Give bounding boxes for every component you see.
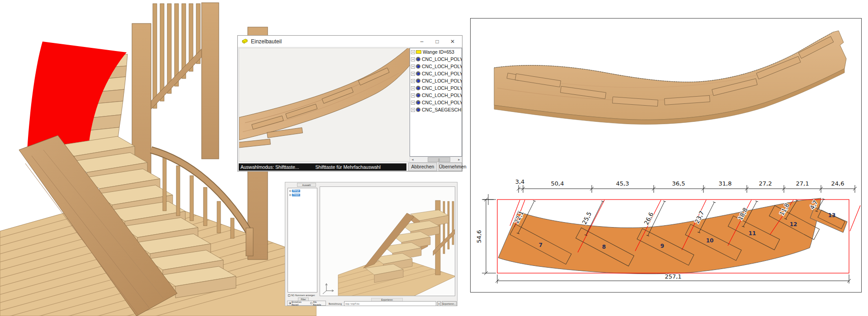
selection-mode-group: Einzelnes Bauteil Alle Bauteile — [287, 301, 326, 306]
tree-row-root[interactable]: + Wange ID=653 — [410, 48, 462, 56]
status-hint-text: Shifttaste für Mehrfachauswahl — [316, 164, 381, 170]
tree-horizontal-scrollbar[interactable]: ◄ || ► — [410, 157, 462, 163]
part-3d-view[interactable] — [239, 48, 410, 162]
dialog-titlebar[interactable]: Einzelbauteil – □ ✕ — [238, 36, 462, 47]
preview-3d-view[interactable] — [320, 186, 455, 296]
stringer-report-panel: 7 8 9 10 11 12 13 22,1 25,5 26,6 23,7 18… — [470, 18, 862, 293]
step-number: 11 — [749, 230, 756, 237]
export-preview-window: Auswahl Wange Treppe NC-Nummern anzeigen… — [285, 182, 458, 306]
tab-auswahl[interactable]: Auswahl — [297, 183, 316, 187]
dialog-title: Einzelbauteil — [251, 38, 282, 45]
cancel-button[interactable]: Abbrechen — [408, 163, 437, 171]
close-icon[interactable]: ✕ — [445, 36, 460, 47]
height-dim-value: 54,6 — [476, 230, 482, 243]
radio-icon[interactable] — [310, 302, 312, 304]
selection-statusbar: Auswahlmodus: Shifttaste... Shifttaste f… — [239, 163, 406, 171]
expand-icon[interactable] — [289, 190, 291, 192]
step-dim: 26,6 — [643, 211, 655, 226]
cnc-op-icon — [416, 71, 420, 76]
part-icon — [241, 38, 248, 44]
selection-tree-panel: Wange Treppe — [288, 188, 317, 293]
maximize-icon[interactable]: □ — [429, 36, 445, 47]
cnc-operations-tree: + Wange ID=653 + CNC_LOCH_POLYGONA + CNC… — [410, 48, 462, 157]
step-number: 12 — [790, 221, 797, 228]
status-mode-text: Auswahlmodus: Shifttaste... — [241, 164, 299, 170]
radio-icon[interactable] — [289, 302, 291, 304]
step-number: 10 — [706, 237, 714, 244]
expand-icon[interactable]: + — [411, 79, 415, 83]
dropdown-icon[interactable]: ▾ — [437, 301, 441, 306]
list-item[interactable]: Treppe — [289, 194, 317, 196]
nc-number-checkbox[interactable]: NC-Nummern anzeigen — [288, 294, 315, 297]
description-input[interactable] — [344, 301, 436, 306]
cnc-op-icon — [416, 100, 420, 105]
axis-orientation-icon — [323, 283, 334, 294]
expand-icon[interactable]: + — [411, 57, 415, 61]
scroll-right-icon[interactable]: ► — [457, 158, 462, 161]
dim-value: 27,2 — [759, 180, 772, 187]
step-dim: 25,5 — [581, 211, 593, 226]
tree-row[interactable]: + CNC_LOCH_POLYGONA — [410, 84, 462, 92]
tree-row[interactable]: + CNC_LOCH_POLYGONA — [410, 56, 462, 63]
tree-row[interactable]: + CNC_LOCH_POLYGONA — [410, 99, 462, 106]
cnc-op-icon — [416, 79, 420, 83]
einzelbauteil-dialog: Einzelbauteil – □ ✕ — [237, 35, 462, 172]
tree-row[interactable]: + CNC_SAEGESCHNITT_0 — [410, 106, 462, 113]
cnc-op-icon — [416, 57, 420, 61]
expand-icon[interactable]: + — [411, 72, 415, 76]
expand-icon[interactable]: + — [411, 86, 415, 90]
expand-icon[interactable]: + — [411, 65, 415, 69]
dim-value: 31,8 — [719, 180, 732, 187]
tree-row[interactable]: + CNC_LOCH_POLYGONA — [410, 77, 462, 84]
scroll-track[interactable]: || — [415, 157, 457, 162]
dim-value: 50,4 — [551, 180, 564, 187]
minimize-icon[interactable]: – — [414, 36, 429, 47]
cnc-op-icon — [416, 107, 420, 112]
list-item[interactable]: Wange — [289, 190, 317, 192]
dim-value: 45,3 — [616, 180, 629, 187]
step-number: 13 — [828, 212, 836, 218]
expand-icon[interactable]: + — [411, 93, 415, 98]
stringer-3d-render — [494, 31, 846, 124]
expand-icon[interactable]: + — [411, 108, 415, 112]
stringer-2d-drawing: 7 8 9 10 11 12 13 22,1 25,5 26,6 23,7 18… — [476, 178, 860, 283]
apply-button[interactable]: Übernehmen — [439, 163, 462, 171]
wange-part-icon — [416, 50, 421, 54]
expand-icon[interactable]: + — [411, 101, 415, 105]
cnc-op-icon — [416, 64, 420, 69]
cnc-op-icon — [416, 93, 420, 98]
dim-value: 3,4 — [515, 178, 525, 185]
expand-icon[interactable]: + — [411, 50, 415, 54]
step-number: 7 — [539, 242, 542, 248]
cnc-op-icon — [416, 86, 420, 90]
tree-row[interactable]: + CNC_LOCH_POLYGONA — [410, 63, 462, 70]
checkbox-icon[interactable] — [288, 294, 290, 297]
export-button[interactable]: Exportieren... — [442, 301, 457, 306]
tree-row[interactable]: + CNC_LOCH_POLYGONA — [410, 92, 462, 99]
step-number: 8 — [602, 244, 606, 250]
step-number: 9 — [660, 243, 664, 249]
total-dim-value: 257,1 — [665, 273, 681, 280]
description-label: Bezeichnung — [329, 302, 342, 305]
dim-value: 36,5 — [672, 180, 685, 187]
dim-value: 27,1 — [796, 180, 809, 187]
dim-value: 24,6 — [831, 180, 844, 187]
scroll-thumb[interactable]: || — [428, 157, 450, 162]
tree-row[interactable]: + CNC_LOCH_POLYGONA — [410, 70, 462, 77]
newel-post-right — [202, 3, 219, 159]
expand-icon[interactable] — [289, 194, 291, 196]
scroll-left-icon[interactable]: ◄ — [410, 158, 415, 161]
